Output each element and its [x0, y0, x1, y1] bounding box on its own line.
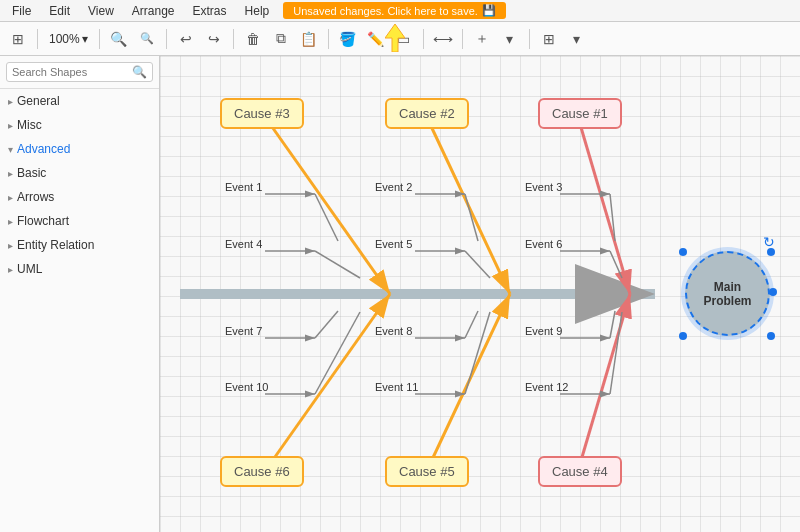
sidebar-label-general: General: [17, 94, 60, 108]
chevron-general: ▸: [8, 96, 13, 107]
handle-bottom-right[interactable]: [767, 332, 775, 340]
chevron-uml: ▸: [8, 264, 13, 275]
chevron-arrows: ▸: [8, 192, 13, 203]
paste-btn[interactable]: 📋: [297, 27, 321, 51]
svg-line-11: [580, 294, 630, 464]
chevron-misc: ▸: [8, 120, 13, 131]
svg-line-13: [315, 194, 338, 241]
cause-3-label: Cause #3: [234, 106, 290, 121]
search-icon: 🔍: [132, 65, 147, 79]
chevron-basic: ▸: [8, 168, 13, 179]
svg-line-25: [315, 311, 338, 338]
chevron-advanced: ▾: [8, 144, 13, 155]
zoom-control[interactable]: 100% ▾: [45, 32, 92, 46]
svg-line-21: [610, 194, 615, 241]
save-icon: 💾: [482, 4, 496, 17]
sidebar-label-basic: Basic: [17, 166, 46, 180]
menu-arrange[interactable]: Arrange: [124, 2, 183, 20]
page-btn[interactable]: ⊞: [6, 27, 30, 51]
sidebar-item-entity-relation[interactable]: ▸ Entity Relation: [0, 233, 159, 257]
event-4-label: Event 4: [225, 238, 262, 250]
cause-5-box[interactable]: Cause #5: [385, 456, 469, 487]
arrange-btn[interactable]: ⟷: [431, 27, 455, 51]
sidebar-item-general[interactable]: ▸ General: [0, 89, 159, 113]
svg-line-31: [465, 312, 490, 394]
event-7-label: Event 7: [225, 325, 262, 337]
table-dropdown-btn[interactable]: ▾: [565, 27, 589, 51]
format-btn[interactable]: 🪣: [336, 27, 360, 51]
svg-marker-0: [385, 24, 405, 52]
redo-btn[interactable]: ↪: [202, 27, 226, 51]
menu-view[interactable]: View: [80, 2, 122, 20]
insert-dropdown-btn[interactable]: ▾: [498, 27, 522, 51]
zoom-in-btn[interactable]: 🔍: [107, 27, 131, 51]
event-12-label: Event 12: [525, 381, 568, 393]
svg-line-10: [430, 294, 510, 464]
zoom-dropdown-icon: ▾: [82, 32, 88, 46]
canvas[interactable]: Cause #3 Cause #2 Cause #1 Cause #6 Caus…: [160, 56, 800, 532]
event-8-label: Event 8: [375, 325, 412, 337]
cause-2-box[interactable]: Cause #2: [385, 98, 469, 129]
event-2-label: Event 2: [375, 181, 412, 193]
main-area: 🔍 ▸ General ▸ Misc ▾ Advanced ▸ Basic ▸ …: [0, 56, 800, 532]
svg-line-27: [315, 312, 360, 394]
main-problem-label: Main Problem: [703, 280, 751, 308]
delete-btn[interactable]: 🗑: [241, 27, 265, 51]
menubar: File Edit View Arrange Extras Help Unsav…: [0, 0, 800, 22]
event-11-label: Event 11: [375, 381, 418, 393]
cause-5-label: Cause #5: [399, 464, 455, 479]
sidebar-item-basic[interactable]: ▸ Basic: [0, 161, 159, 185]
rotate-icon[interactable]: ↻: [763, 234, 775, 250]
search-input[interactable]: [12, 66, 128, 78]
event-9-label: Event 9: [525, 325, 562, 337]
sidebar-label-advanced: Advanced: [17, 142, 70, 156]
search-box: 🔍: [0, 56, 159, 89]
cause-3-box[interactable]: Cause #3: [220, 98, 304, 129]
handle-mid-right[interactable]: [769, 288, 777, 296]
sidebar-label-misc: Misc: [17, 118, 42, 132]
search-wrap: 🔍: [6, 62, 153, 82]
handle-bottom-left[interactable]: [679, 332, 687, 340]
sidebar-item-advanced[interactable]: ▾ Advanced: [0, 137, 159, 161]
zoom-level: 100%: [49, 32, 80, 46]
unsaved-text: Unsaved changes. Click here to save.: [293, 5, 478, 17]
svg-line-9: [270, 294, 390, 464]
main-problem-node[interactable]: Main Problem: [685, 251, 770, 336]
svg-line-23: [610, 251, 622, 278]
sidebar: 🔍 ▸ General ▸ Misc ▾ Advanced ▸ Basic ▸ …: [0, 56, 160, 532]
insert-btn[interactable]: ＋: [470, 27, 494, 51]
cause-2-label: Cause #2: [399, 106, 455, 121]
menu-edit[interactable]: Edit: [41, 2, 78, 20]
cause-6-label: Cause #6: [234, 464, 290, 479]
event-1-label: Event 1: [225, 181, 262, 193]
chevron-flowchart: ▸: [8, 216, 13, 227]
cause-1-label: Cause #1: [552, 106, 608, 121]
sidebar-label-uml: UML: [17, 262, 42, 276]
menu-help[interactable]: Help: [237, 2, 278, 20]
cause-1-box[interactable]: Cause #1: [538, 98, 622, 129]
cause-4-box[interactable]: Cause #4: [538, 456, 622, 487]
copy-btn[interactable]: ⧉: [269, 27, 293, 51]
cause-4-label: Cause #4: [552, 464, 608, 479]
handle-top-left[interactable]: [679, 248, 687, 256]
sidebar-item-uml[interactable]: ▸ UML: [0, 257, 159, 281]
svg-line-15: [315, 251, 360, 278]
svg-line-6: [270, 124, 390, 294]
sidebar-item-arrows[interactable]: ▸ Arrows: [0, 185, 159, 209]
cause-6-box[interactable]: Cause #6: [220, 456, 304, 487]
menu-file[interactable]: File: [4, 2, 39, 20]
sidebar-label-arrows: Arrows: [17, 190, 54, 204]
event-6-label: Event 6: [525, 238, 562, 250]
event-10-label: Event 10: [225, 381, 268, 393]
svg-line-17: [465, 194, 478, 241]
menu-extras[interactable]: Extras: [185, 2, 235, 20]
sidebar-item-flowchart[interactable]: ▸ Flowchart: [0, 209, 159, 233]
zoom-out-btn[interactable]: 🔍: [135, 27, 159, 51]
table-btn[interactable]: ⊞: [537, 27, 561, 51]
svg-line-7: [430, 124, 510, 294]
undo-btn[interactable]: ↩: [174, 27, 198, 51]
svg-line-19: [465, 251, 490, 278]
event-5-label: Event 5: [375, 238, 412, 250]
sidebar-item-misc[interactable]: ▸ Misc: [0, 113, 159, 137]
unsaved-banner[interactable]: Unsaved changes. Click here to save. 💾: [283, 2, 506, 19]
